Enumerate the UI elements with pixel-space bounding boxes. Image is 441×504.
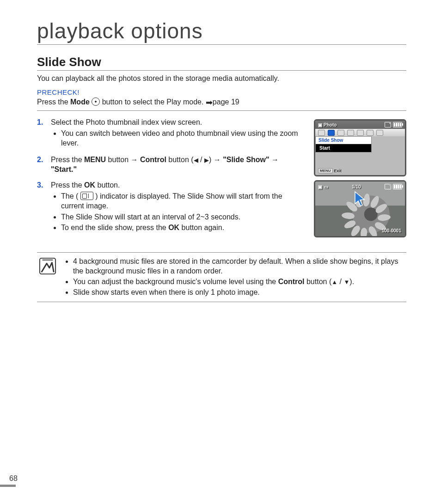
page-number: 68 — [9, 474, 18, 483]
screens-column: ▣ Photo — [314, 119, 406, 239]
step-2: 2. Press the MENU button → Control butto… — [37, 155, 306, 175]
step-3-prefix: Press the — [51, 181, 84, 189]
screen-menubar — [315, 129, 405, 136]
screen-topbar: ▣ Photo — [315, 121, 405, 129]
arrow-right-icon: → — [131, 156, 140, 164]
triangle-down-icon: ▼ — [343, 279, 349, 285]
step-2-prefix: Press the — [51, 156, 84, 164]
b1b: ) indicator is displayed. The Slide Show… — [61, 192, 282, 210]
svg-marker-0 — [355, 192, 364, 206]
note-icon — [39, 257, 56, 275]
step-3: 3. Press the OK button. The ( ) indicato… — [37, 180, 306, 234]
note-box: 4 background music files are stored in t… — [37, 252, 406, 302]
precheck-line: Press the Mode button to select the Play… — [37, 97, 406, 111]
menu-button-label: MENU — [318, 168, 333, 173]
precheck-mid: button to select the Play mode. — [100, 98, 206, 106]
card-icon — [385, 184, 391, 189]
menubar-icon — [337, 130, 344, 136]
intro-text: You can playback all the photos stored i… — [37, 74, 406, 83]
note-body: 4 background music files are stored in t… — [63, 256, 406, 298]
exit-label: Exit — [334, 169, 342, 173]
menubar-icon-selected — [328, 130, 335, 136]
start-word: "Start." — [51, 165, 77, 173]
slideshow-status-icon: ▭ — [324, 184, 328, 189]
steps-column: 1. Select the Photo thumbnail index view… — [37, 117, 306, 239]
menubar-icon — [376, 130, 383, 136]
n2e: ). — [349, 278, 354, 285]
section-title: Slide Show — [37, 55, 406, 71]
menu-panel: Slide Show Start — [315, 136, 372, 152]
precheck-pageref: page 19 — [213, 98, 239, 106]
menu-title: Slide Show — [316, 137, 371, 144]
card-icon — [385, 122, 391, 128]
page-ref-arrow-icon: ➡ — [206, 97, 213, 108]
lcd-screen-photo: ▣ ▭ 1/10 100-0001 — [314, 180, 406, 237]
note-3: Slide show starts even when there is onl… — [73, 287, 406, 297]
chapter-title: playback options — [37, 18, 406, 45]
photo-topbar: ▣ ▭ 1/10 — [318, 183, 402, 190]
precheck-prefix: Press the — [37, 98, 70, 106]
step-3-suffix: button. — [95, 181, 120, 189]
note-1: 4 background music files are stored in t… — [73, 256, 406, 276]
step-3-bullet-1: The ( ) indicator is displayed. The Slid… — [61, 191, 306, 211]
menu-exit-hint: MENU Exit — [318, 168, 342, 173]
n2a: You can adjust the background music's vo… — [73, 278, 278, 285]
lcd-screen-menu: ▣ Photo — [314, 119, 406, 176]
triangle-left-icon: ◀ — [194, 157, 198, 164]
step-2-t4: ) — [209, 156, 214, 164]
menubar-icon — [318, 130, 325, 136]
slideshow-word: "Slide Show" — [223, 156, 270, 164]
content-row: 1. Select the Photo thumbnail index view… — [37, 117, 406, 239]
step-2-t1: button — [106, 156, 130, 164]
menubar-icon — [367, 130, 374, 136]
battery-icon — [393, 184, 402, 189]
control-word: Control — [278, 278, 305, 285]
step-2-t3: / — [198, 156, 204, 164]
step-number: 3. — [37, 180, 51, 234]
b1a: The ( — [61, 192, 80, 200]
menu-word: MENU — [84, 156, 106, 164]
arrow-right-icon: → — [214, 156, 223, 164]
n2c: button ( — [305, 278, 332, 285]
step-number: 1. — [37, 117, 51, 149]
precheck-label: PRECHECK! — [37, 88, 406, 96]
note-2: You can adjust the background music's vo… — [73, 277, 406, 286]
ok-word: OK — [84, 181, 95, 189]
menu-item-start: Start — [316, 144, 371, 152]
step-number: 2. — [37, 155, 51, 175]
triangle-up-icon: ▲ — [331, 279, 337, 285]
b3b: button again. — [179, 224, 224, 231]
photo-filecode: 100-0001 — [382, 228, 401, 233]
step-1-text: Select the Photo thumbnail index view sc… — [51, 118, 202, 126]
b3a: To end the slide show, press the — [61, 224, 168, 231]
n2d: / — [337, 278, 343, 285]
arrow-right-icon: → — [271, 156, 279, 164]
menubar-icon — [357, 130, 364, 136]
step-3-bullet-3: To end the slide show, press the OK butt… — [61, 223, 306, 233]
screen-title: Photo — [324, 122, 337, 128]
menubar-icon — [347, 130, 354, 136]
manual-page: playback options Slide Show You can play… — [0, 0, 441, 504]
ok-word: OK — [168, 224, 179, 231]
mode-button-icon — [92, 97, 100, 106]
battery-icon — [393, 122, 402, 128]
slideshow-indicator-icon — [80, 192, 93, 200]
step-1-bullet-1: You can switch between video and photo t… — [61, 128, 306, 148]
precheck-mode: Mode — [70, 98, 90, 106]
step-1: 1. Select the Photo thumbnail index view… — [37, 117, 306, 149]
step-2-t2: button ( — [166, 156, 194, 164]
step-3-bullet-2: The Slide Show will start at an interval… — [61, 212, 306, 222]
control-word: Control — [140, 156, 166, 164]
photo-mode-icon: ▣ — [318, 184, 322, 189]
triangle-right-icon: ▶ — [204, 157, 209, 164]
photo-mode-icon: ▣ — [318, 122, 322, 128]
photo-counter: 1/10 — [352, 184, 361, 189]
